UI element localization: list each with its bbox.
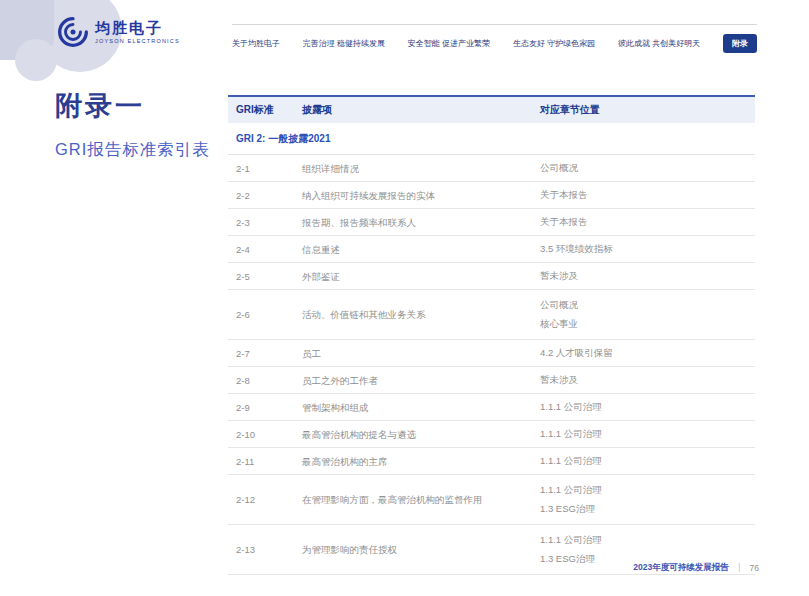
table-row: 2-10最高管治机构的提名与遴选1.1.1 公司治理 [228,421,755,448]
row-location-line: 1.3 ESG治理 [540,502,755,516]
row-disclosure-item: 为管理影响的责任授权 [302,543,540,556]
row-location-line: 4.2 人才吸引保留 [540,346,755,360]
row-gri-code: 2-12 [228,494,302,505]
footer-report-title: 2023年度可持续发展报告 [633,562,728,574]
row-disclosure-item: 最高管治机构的提名与遴选 [302,428,540,441]
row-disclosure-item: 组织详细情况 [302,162,540,175]
row-gri-code: 2-11 [228,456,302,467]
row-location: 暂未涉及 [540,269,755,283]
table-section-row: GRI 2: 一般披露2021 [228,123,755,155]
row-location-line: 1.1.1 公司治理 [540,533,755,547]
row-location-line: 关于本报告 [540,188,755,202]
row-disclosure-item: 员工 [302,347,540,360]
row-location-line: 公司概况 [540,161,755,175]
brand-name: 均胜电子 [95,20,180,37]
row-disclosure-item: 外部鉴证 [302,270,540,283]
row-gri-code: 2-4 [228,244,302,255]
table-row: 2-2纳入组织可持续发展报告的实体关于本报告 [228,182,755,209]
row-location-line: 1.1.1 公司治理 [540,454,755,468]
row-gri-code: 2-9 [228,402,302,413]
table-row: 2-5外部鉴证暂未涉及 [228,263,755,290]
header: 均胜电子 JOYSON ELECTRONICS 关于均胜电子完善治理 稳健持续发… [0,0,809,70]
table-header-row: GRI标准 披露项 对应章节位置 [228,95,755,123]
table-row: 2-12在管理影响方面，最高管治机构的监督作用1.1.1 公司治理1.3 ESG… [228,475,755,525]
row-location-line: 1.1.1 公司治理 [540,427,755,441]
row-gri-code: 2-10 [228,429,302,440]
row-disclosure-item: 最高管治机构的主席 [302,455,540,468]
row-location: 关于本报告 [540,188,755,202]
nav-item-3[interactable]: 安全智能 促进产业繁荣 [408,38,490,49]
page-subtitle: GRI报告标准索引表 [55,139,220,161]
footer: 2023年度可持续发展报告 ｜ 76 [633,561,759,574]
row-disclosure-item: 在管理影响方面，最高管治机构的监督作用 [302,493,540,506]
nav-item-5[interactable]: 彼此成就 共创美好明天 [618,38,700,49]
nav-item-2[interactable]: 完善治理 稳健持续发展 [303,38,385,49]
footer-page-number: 76 [750,563,759,573]
row-location: 1.1.1 公司治理 [540,400,755,414]
row-location: 公司概况核心事业 [540,298,755,331]
report-page: 均胜电子 JOYSON ELECTRONICS 关于均胜电子完善治理 稳健持续发… [0,0,809,596]
nav-item-4[interactable]: 生态友好 守护绿色家园 [513,38,595,49]
row-location: 4.2 人才吸引保留 [540,346,755,360]
row-disclosure-item: 管制架构和组成 [302,401,540,414]
row-location-line: 核心事业 [540,317,755,331]
page-title-block: 附录一 GRI报告标准索引表 [55,88,220,161]
row-gri-code: 2-6 [228,309,302,320]
main-nav: 关于均胜电子完善治理 稳健持续发展安全智能 促进产业繁荣生态友好 守护绿色家园彼… [232,24,757,53]
row-gri-code: 2-13 [228,544,302,555]
row-location: 暂未涉及 [540,373,755,387]
row-location-line: 关于本报告 [540,215,755,229]
row-disclosure-item: 信息重述 [302,243,540,256]
table-row: 2-6活动、价值链和其他业务关系公司概况核心事业 [228,290,755,340]
row-disclosure-item: 报告期、报告频率和联系人 [302,216,540,229]
row-gri-code: 2-5 [228,271,302,282]
row-location: 关于本报告 [540,215,755,229]
nav-item-1[interactable]: 关于均胜电子 [232,38,280,49]
row-location: 1.1.1 公司治理 [540,427,755,441]
col-header-gri-standard: GRI标准 [228,103,302,117]
table-body: 2-1组织详细情况公司概况2-2纳入组织可持续发展报告的实体关于本报告2-3报告… [228,155,755,575]
row-disclosure-item: 员工之外的工作者 [302,374,540,387]
footer-separator: ｜ [735,561,744,574]
row-location: 1.1.1 公司治理 [540,454,755,468]
row-disclosure-item: 纳入组织可持续发展报告的实体 [302,189,540,202]
table-row: 2-11最高管治机构的主席1.1.1 公司治理 [228,448,755,475]
page-title: 附录一 [55,88,220,124]
row-location-line: 暂未涉及 [540,269,755,283]
table-row: 2-8员工之外的工作者暂未涉及 [228,367,755,394]
table-row: 2-4信息重述3.5 环境绩效指标 [228,236,755,263]
row-location-line: 3.5 环境绩效指标 [540,242,755,256]
row-location: 1.1.1 公司治理1.3 ESG治理 [540,483,755,516]
brand-subtitle: JOYSON ELECTRONICS [95,38,180,44]
joyson-logo-icon [58,17,88,47]
table-row: 2-3报告期、报告频率和联系人关于本报告 [228,209,755,236]
row-gri-code: 2-8 [228,375,302,386]
col-header-disclosure: 披露项 [302,103,540,117]
row-gri-code: 2-7 [228,348,302,359]
row-location-line: 1.1.1 公司治理 [540,483,755,497]
brand: 均胜电子 JOYSON ELECTRONICS [58,17,180,47]
row-gri-code: 2-1 [228,163,302,174]
row-gri-code: 2-3 [228,217,302,228]
table-row: 2-9管制架构和组成1.1.1 公司治理 [228,394,755,421]
row-disclosure-item: 活动、价值链和其他业务关系 [302,308,540,321]
table-row: 2-1组织详细情况公司概况 [228,155,755,182]
nav-item-6[interactable]: 附录 [723,34,757,53]
row-location: 公司概况 [540,161,755,175]
row-location-line: 暂未涉及 [540,373,755,387]
col-header-location: 对应章节位置 [540,103,755,117]
row-location-line: 1.1.1 公司治理 [540,400,755,414]
row-location-line: 公司概况 [540,298,755,312]
table-row: 2-7员工4.2 人才吸引保留 [228,340,755,367]
gri-index-table: GRI标准 披露项 对应章节位置 GRI 2: 一般披露2021 2-1组织详细… [228,95,755,575]
row-location: 3.5 环境绩效指标 [540,242,755,256]
brand-text: 均胜电子 JOYSON ELECTRONICS [95,20,180,45]
row-gri-code: 2-2 [228,190,302,201]
